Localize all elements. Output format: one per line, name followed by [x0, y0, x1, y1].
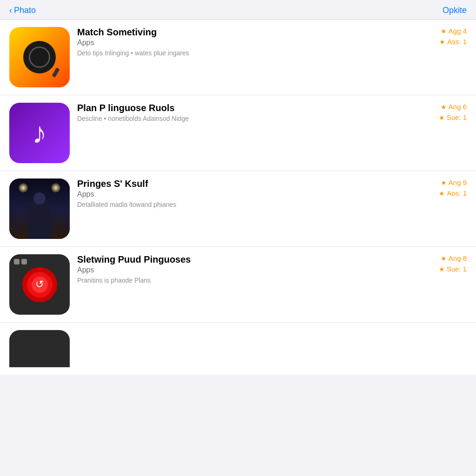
app-meta-3: ★ Ang 9 ★ Aos: 1	[420, 178, 467, 197]
app-category-1: Apps	[77, 39, 413, 47]
app-name-3: Pringes S' Ksulf	[77, 178, 413, 189]
meta-text-4a: Ang 8	[449, 254, 467, 262]
app-list: Match Sometiving Apps Deto tips Inlingin…	[0, 20, 476, 375]
meta-text-3b: Aos: 1	[447, 189, 467, 197]
app-description-4: Pranitins is phaode Plans	[77, 276, 413, 284]
action-button[interactable]: Opkite	[443, 6, 467, 15]
app-meta-item-2a: ★ Ang 6	[441, 103, 467, 111]
list-item[interactable]: Match Sometiving Apps Deto tips Inlingin…	[0, 20, 476, 95]
app-icon-1	[9, 27, 70, 87]
settings-dots	[14, 259, 27, 264]
meta-text-1a: Agg 4	[449, 27, 467, 35]
person-icon	[9, 178, 70, 239]
app-icon-2: ♪	[9, 103, 70, 163]
silhouette-shape	[28, 202, 51, 239]
app-icon-3	[9, 178, 70, 239]
meta-text-3a: Ang 9	[449, 178, 467, 186]
meta-text-2a: Ang 6	[449, 103, 467, 111]
app-name-1: Match Sometiving	[77, 27, 413, 38]
app-category-3: Apps	[77, 190, 413, 198]
app-meta-item-4a: ★ Ang 8	[441, 254, 467, 262]
back-label: Phato	[14, 6, 36, 15]
camera-icon	[23, 41, 56, 73]
star-icon: ★	[441, 179, 447, 186]
app-meta-item-2b: ★ Sue: 1	[439, 113, 467, 121]
action-label: Opkite	[443, 6, 467, 15]
music-icon: ♪	[32, 116, 47, 150]
star-icon: ★	[439, 114, 445, 121]
dot-1	[14, 259, 20, 264]
app-info-4: Sletwing Puud Pinguoses Apps Pranitins i…	[77, 254, 413, 284]
record-inner	[32, 277, 48, 293]
star-icon: ★	[439, 190, 445, 197]
app-meta-4: ★ Ang 8 ★ Sue: 1	[420, 254, 467, 273]
app-info-1: Match Sometiving Apps Deto tips Inlingin…	[77, 27, 413, 57]
app-icon-4	[9, 254, 70, 315]
app-description-1: Deto tips Inlinging • wates plue ingares	[77, 49, 413, 57]
app-meta-item-4b: ★ Sue: 1	[439, 265, 467, 273]
meta-text-2b: Sue: 1	[447, 113, 467, 121]
app-description-3: Detalliated madia ltowand phianes	[77, 200, 413, 209]
star-icon: ★	[441, 255, 447, 262]
star-icon: ★	[441, 103, 447, 111]
app-name-4: Sletwing Puud Pinguoses	[77, 254, 413, 265]
app-description-2: Descline • nonetibolds Adainsod Nidge	[77, 114, 413, 123]
back-button[interactable]: ‹ Phato	[9, 6, 36, 15]
star-icon: ★	[439, 265, 445, 273]
list-item[interactable]: Sletwing Puud Pinguoses Apps Pranitins i…	[0, 247, 476, 323]
meta-text-1b: Ass: 1	[447, 38, 467, 46]
app-meta-item-3a: ★ Ang 9	[441, 178, 467, 186]
list-item[interactable]: Pringes S' Ksulf Apps Detalliated madia …	[0, 171, 476, 247]
record-outer	[22, 267, 57, 302]
app-category-4: Apps	[77, 266, 413, 274]
app-meta-item-1b: ★ Ass: 1	[439, 38, 467, 46]
list-item[interactable]: ♪ Plan P linguose Ruols Descline • nonet…	[0, 95, 476, 171]
header: ‹ Phato Opkite	[0, 0, 476, 20]
partial-list-item	[0, 323, 476, 375]
app-info-3: Pringes S' Ksulf Apps Detalliated madia …	[77, 178, 413, 209]
star-icon: ★	[439, 38, 445, 46]
app-meta-item-3b: ★ Aos: 1	[439, 189, 467, 197]
app-meta-1: ★ Agg 4 ★ Ass: 1	[420, 27, 467, 46]
back-chevron-icon: ‹	[9, 6, 12, 15]
app-name-2: Plan P linguose Ruols	[77, 103, 413, 113]
star-icon: ★	[441, 27, 447, 35]
dot-2	[21, 259, 27, 264]
app-info-2: Plan P linguose Ruols Descline • nonetib…	[77, 103, 413, 123]
app-meta-item-1a: ★ Agg 4	[441, 27, 467, 35]
partial-app-icon	[9, 330, 70, 367]
meta-text-4b: Sue: 1	[447, 265, 467, 273]
app-meta-2: ★ Ang 6 ★ Sue: 1	[420, 103, 467, 121]
record-icon	[9, 254, 70, 315]
